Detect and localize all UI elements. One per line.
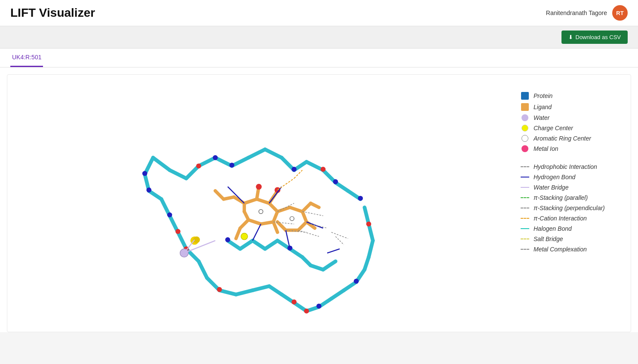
legend-hydrophobic: Hydrophobic Interaction [521,163,620,170]
toolbar: ⬇ Download as CSV [0,26,638,49]
avatar: RT [612,5,628,21]
svg-point-86 [333,179,338,184]
legend-salt: Salt Bridge [521,236,620,242]
charge-label: Charge Center [534,125,573,132]
legend-metal-ion: Metal Ion [521,145,620,152]
svg-point-90 [354,279,359,284]
hbond-label: Hydrogen Bond [534,174,575,180]
legend-pi-parallel: π-Stacking (parallel) [521,194,620,201]
svg-point-88 [225,237,230,242]
legend-water-bridge: Water Bridge [521,184,620,191]
svg-point-81 [217,287,222,292]
pi-cation-label: π-Cation Interaction [534,215,587,222]
tab-uk4[interactable]: UK4:R:501 [10,49,43,67]
hydrophobic-icon [521,166,529,167]
legend-charge: Charge Center [521,125,620,132]
molecule-svg [7,75,510,332]
svg-point-84 [230,162,235,168]
salt-icon [521,239,529,239]
aromatic-icon [521,135,529,142]
svg-point-115 [241,233,248,239]
pi-parallel-label: π-Stacking (parallel) [534,194,588,201]
water-bridge-icon [521,187,529,188]
ligand-label: Ligand [534,104,552,110]
legend-halogen: Halogen Bond [521,225,620,232]
pi-perp-icon [521,208,529,208]
viz-panel: Protein Ligand Water Charge Center [7,74,631,332]
legend-aromatic: Aromatic Ring Center [521,135,620,142]
legend-protein: Protein [521,92,620,100]
legend-pi-perp: π-Stacking (perpendicular) [521,205,620,211]
hbond-icon [521,177,529,177]
svg-point-79 [291,300,297,305]
ligand-icon [521,103,529,111]
aromatic-label: Aromatic Ring Center [534,135,591,142]
svg-point-94 [167,212,172,217]
metal-ion-icon [521,145,529,152]
hydrophobic-label: Hydrophobic Interaction [534,163,597,170]
pi-cation-icon [521,218,529,219]
salt-label: Salt Bridge [534,236,563,242]
pi-perp-label: π-Stacking (perpendicular) [534,205,605,211]
halogen-label: Halogen Bond [534,225,572,232]
download-label: Download as CSV [576,34,621,40]
tabs-container: UK4:R:501 [0,49,638,67]
protein-icon [521,92,529,100]
svg-point-85 [291,167,297,172]
svg-point-92 [142,171,147,176]
legend-metal-complex: Metal Complexation [521,246,620,253]
svg-point-82 [366,221,371,226]
svg-point-80 [304,309,309,314]
svg-point-77 [175,229,181,234]
svg-point-76 [321,167,326,172]
legend-panel: Protein Ligand Water Charge Center [510,75,631,332]
water-bridge-label: Water Bridge [534,184,568,191]
svg-point-75 [196,163,201,168]
download-csv-button[interactable]: ⬇ Download as CSV [561,31,628,44]
molecule-viewport[interactable] [7,75,510,332]
svg-line-52 [261,222,273,224]
metal-ion-label: Metal Ion [534,145,558,152]
legend-ligand: Ligand [521,103,620,111]
svg-point-87 [358,196,363,201]
water-icon [521,114,529,121]
halogen-icon [521,228,529,229]
user-info: Ranitendranath Tagore RT [546,5,628,21]
app-title: LIFT Visualizer [10,6,95,20]
svg-point-83 [213,155,218,160]
download-icon: ⬇ [568,34,573,40]
main-content: UK4:R:501 [0,49,638,332]
svg-point-73 [256,184,262,190]
svg-point-91 [316,303,322,309]
water-label: Water [534,114,549,121]
legend-water: Water [521,114,620,121]
metal-complex-icon [521,249,529,250]
pi-parallel-icon [521,197,529,198]
svg-point-93 [147,187,152,193]
app-header: LIFT Visualizer Ranitendranath Tagore RT [0,0,638,26]
username-label: Ranitendranath Tagore [546,9,607,16]
metal-complex-label: Metal Complexation [534,246,587,253]
charge-icon [521,125,529,132]
protein-label: Protein [534,92,552,99]
legend-hbond: Hydrogen Bond [521,174,620,180]
svg-rect-0 [103,75,414,332]
legend-pi-cation: π-Cation Interaction [521,215,620,222]
